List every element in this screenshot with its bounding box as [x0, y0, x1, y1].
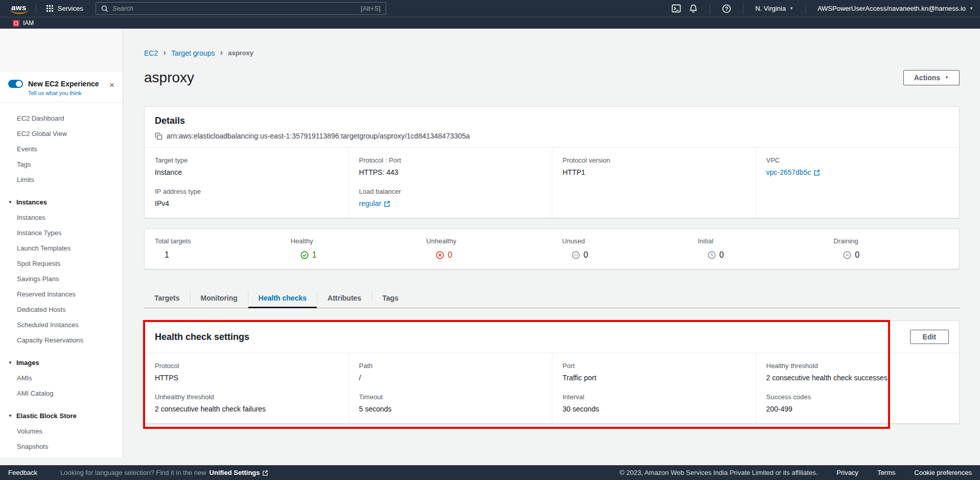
load-balancer-link[interactable]: regular — [359, 199, 391, 208]
success-codes-label: Success codes — [766, 393, 949, 401]
services-label: Services — [58, 5, 83, 12]
tab-targets[interactable]: Targets — [144, 288, 190, 308]
global-search[interactable]: [Alt+S] — [96, 2, 386, 15]
language-note: Looking for language selection? Find it … — [60, 469, 268, 476]
chevron-down-icon: ▼ — [789, 7, 794, 11]
sidebar-item-savings-plans[interactable]: Savings Plans — [0, 271, 123, 287]
privacy-link[interactable]: Privacy — [836, 469, 858, 476]
search-input[interactable] — [112, 5, 357, 12]
notifications-bell-icon[interactable] — [689, 4, 698, 13]
topnav-right-cluster: ? N. Virginia ▼ AWSPowerUserAccess/navan… — [671, 4, 973, 14]
copy-icon[interactable] — [155, 132, 162, 140]
favorite-iam-link[interactable]: IAM — [13, 19, 34, 27]
unused-count: Unused 0 — [552, 236, 688, 261]
health-col-3: Port Traffic port Interval 30 seconds — [552, 353, 756, 423]
sidebar-item-ami-catalog[interactable]: AMI Catalog — [0, 386, 123, 401]
sidebar-item-instance-types[interactable]: Instance Types — [0, 225, 123, 241]
total-targets-value: 1 — [165, 250, 169, 260]
actions-button[interactable]: Actions ▼ — [903, 70, 960, 85]
feedback-link[interactable]: Feedback — [8, 469, 37, 476]
tab-health-checks[interactable]: Health checks — [248, 288, 317, 308]
unhealthy-label: Unhealthy — [426, 237, 542, 245]
unused-label: Unused — [562, 237, 678, 245]
section-header-label: Elastic Block Store — [16, 412, 77, 420]
sidebar-item-tags[interactable]: Tags — [0, 157, 123, 172]
tell-us-link[interactable]: Tell us what you think — [28, 90, 114, 96]
external-link-icon — [384, 200, 390, 207]
protocol-label: Protocol — [155, 362, 338, 370]
target-type-label: Target type — [155, 156, 338, 164]
path-label: Path — [359, 362, 542, 370]
details-col-4: VPC vpc-2657db5c — [756, 148, 960, 218]
sidebar-item-reserved-instances[interactable]: Reserved Instances — [0, 287, 123, 302]
health-check-title: Health check settings — [155, 332, 249, 342]
sidebar-item-ec2-global-view[interactable]: EC2 Global View — [0, 126, 123, 142]
breadcrumb-ec2[interactable]: EC2 — [144, 49, 158, 57]
sidebar-item-amis[interactable]: AMIs — [0, 371, 123, 386]
sidebar-item-launch-templates[interactable]: Launch Templates — [0, 241, 123, 256]
sidebar-item-volumes[interactable]: Volumes — [0, 424, 123, 439]
edit-button[interactable]: Edit — [910, 330, 949, 344]
close-icon[interactable]: × — [109, 81, 114, 89]
search-shortcut-hint: [Alt+S] — [361, 5, 381, 12]
success-codes-value: 200-499 — [766, 405, 949, 413]
details-card: Details arn:aws:elasticloadbalancing:us-… — [144, 106, 960, 218]
new-experience-title: New EC2 Experience — [28, 80, 99, 88]
new-experience-block: New EC2 Experience Tell us what you thin… — [0, 72, 123, 103]
sidebar-item-spot-requests[interactable]: Spot Requests — [0, 256, 123, 271]
unhealthy-threshold-value: 2 consecutive health check failures — [155, 405, 338, 413]
sidebar-item-snapshots[interactable]: Snapshots — [0, 439, 123, 454]
external-link-icon — [262, 470, 268, 476]
sidebar-item-scheduled-instances[interactable]: Scheduled Instances — [0, 317, 123, 333]
sidebar-item-instances[interactable]: Instances — [0, 210, 123, 225]
sidebar-item-ec2-dashboard[interactable]: EC2 Dashboard — [0, 111, 123, 126]
arn-value: arn:aws:elasticloadbalancing:us-east-1:3… — [167, 132, 470, 140]
new-experience-toggle[interactable] — [8, 80, 23, 88]
draining-value: 0 — [855, 250, 859, 260]
page-title: asproxy — [144, 70, 194, 86]
unused-value: 0 — [584, 250, 588, 260]
section-header-label: Images — [16, 359, 39, 367]
details-header: Details arn:aws:elasticloadbalancing:us-… — [145, 107, 959, 147]
sidebar-item-capacity-reservations[interactable]: Capacity Reservations — [0, 333, 123, 348]
vpc-link[interactable]: vpc-2657db5c — [766, 168, 821, 176]
sidebar-section-instances[interactable]: ▼ Instances — [0, 195, 123, 210]
caret-down-icon: ▼ — [8, 200, 12, 204]
terms-link[interactable]: Terms — [877, 469, 895, 476]
cookie-preferences-link[interactable]: Cookie preferences — [914, 469, 972, 476]
sidebar-item-events[interactable]: Events — [0, 142, 123, 157]
aws-logo[interactable]: aws — [6, 2, 32, 15]
initial-label: Initial — [698, 237, 813, 245]
port-value: Traffic port — [563, 374, 745, 382]
chevron-right-icon: › — [220, 48, 223, 57]
iam-service-icon — [13, 20, 19, 27]
tab-tags[interactable]: Tags — [372, 288, 409, 308]
services-menu-button[interactable]: Services — [40, 0, 89, 17]
sidebar-section-ebs[interactable]: ▼ Elastic Block Store — [0, 408, 123, 424]
breadcrumb-target-groups[interactable]: Target groups — [171, 49, 215, 57]
tab-monitoring[interactable]: Monitoring — [191, 288, 248, 308]
sidebar-section-images[interactable]: ▼ Images — [0, 355, 123, 371]
sidebar-item-limits[interactable]: Limits — [0, 172, 123, 188]
ec2-sidebar: New EC2 Experience Tell us what you thin… — [0, 29, 123, 458]
protocol-value: HTTPS — [155, 374, 338, 382]
topnav-divider — [743, 4, 743, 14]
healthy-label: Healthy — [291, 237, 406, 245]
protocol-port-value: HTTPS: 443 — [359, 168, 542, 176]
footer-right: © 2023, Amazon Web Services India Privat… — [620, 469, 972, 476]
topnav-divider — [36, 4, 36, 14]
unified-settings-link[interactable]: Unified Settings — [209, 469, 268, 476]
account-menu[interactable]: AWSPowerUserAccess/navaneeth.kn@harness.… — [818, 5, 973, 12]
cloudshell-icon[interactable] — [671, 4, 681, 13]
svg-text:?: ? — [725, 6, 728, 11]
help-icon[interactable]: ? — [722, 4, 731, 13]
tab-attributes[interactable]: Attributes — [317, 288, 371, 308]
region-selector[interactable]: N. Virginia ▼ — [755, 5, 794, 12]
total-targets-label: Total targets — [155, 237, 270, 245]
ip-address-type-label: IP address type — [155, 188, 338, 195]
details-col-3: Protocol version HTTP1 — [552, 148, 756, 218]
minus-circle-icon — [843, 251, 851, 259]
initial-value: 0 — [719, 250, 724, 260]
sidebar-item-dedicated-hosts[interactable]: Dedicated Hosts — [0, 302, 123, 317]
target-type-value: Instance — [155, 168, 338, 176]
